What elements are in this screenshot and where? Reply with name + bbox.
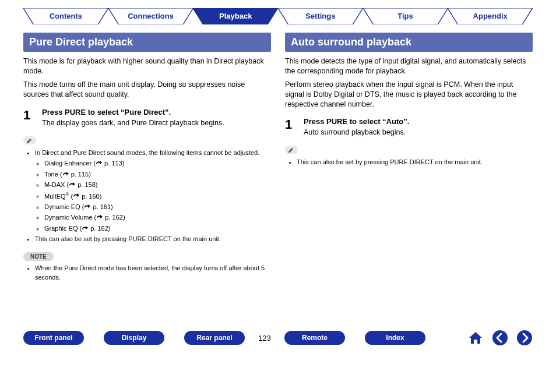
next-icon[interactable]: [516, 330, 533, 346]
front-panel-button[interactable]: Front panel: [23, 331, 84, 345]
notes-list: In Direct and Pure Direct sound modes, t…: [28, 148, 271, 244]
display-button[interactable]: Display: [104, 331, 164, 345]
paragraph: This mode is for playback with higher so…: [23, 56, 271, 76]
tab-appendix[interactable]: Appendix: [448, 8, 533, 24]
step-1: 1 Press PURE to select “Pure Direct”. Th…: [23, 108, 271, 127]
pencil-icon: [285, 146, 298, 154]
pencil-icon: [23, 136, 36, 144]
index-button[interactable]: Index: [365, 331, 425, 345]
notes-list: This can also be set by pressing PURE DI…: [290, 157, 533, 167]
list-item: Tone ( p. 115): [44, 169, 271, 179]
list-item: When the Pure Direct mode has been selec…: [35, 263, 271, 282]
list-item: This can also be set by pressing PURE DI…: [35, 234, 271, 244]
paragraph: This mode detects the type of input digi…: [285, 56, 533, 76]
tab-playback[interactable]: Playback: [193, 8, 278, 24]
step-text: The display goes dark, and Pure Direct p…: [42, 119, 271, 127]
list-item: Dynamic EQ ( p. 161): [44, 202, 271, 212]
step-title: Press PURE to select “Auto”.: [304, 117, 533, 126]
tab-settings[interactable]: Settings: [278, 8, 363, 24]
tab-label: Contents: [50, 12, 82, 20]
svg-point-1: [517, 330, 532, 345]
svg-point-0: [492, 330, 508, 345]
list-item: This can also be set by pressing PURE DI…: [297, 157, 533, 167]
left-column: Pure Direct playback This mode is for pl…: [23, 33, 271, 324]
step-text: Auto surround playback begins.: [304, 128, 533, 136]
note-label: NOTE: [23, 252, 54, 261]
list-item: In Direct and Pure Direct sound modes, t…: [35, 148, 271, 234]
tab-tips[interactable]: Tips: [363, 8, 448, 24]
footer-nav: Front panelDisplayRear panel 123 RemoteI…: [23, 330, 533, 346]
paragraph: Perform stereo playback when the input s…: [285, 80, 533, 110]
paragraph: This mode turns off the main unit displa…: [23, 80, 271, 100]
page-number: 123: [253, 334, 276, 342]
tab-label: Settings: [305, 12, 335, 20]
right-column: Auto surround playback This mode detects…: [285, 33, 533, 324]
remote-button[interactable]: Remote: [284, 331, 345, 345]
step-number: 1: [23, 108, 35, 127]
note-list: When the Pure Direct mode has been selec…: [28, 263, 271, 282]
tab-label: Playback: [219, 12, 252, 20]
home-icon[interactable]: [467, 330, 484, 346]
list-item: Graphic EQ ( p. 162): [44, 224, 271, 234]
list-item: M-DAX ( p. 158): [44, 180, 271, 190]
tab-contents[interactable]: Contents: [23, 8, 108, 24]
list-item: Dynamic Volume ( p. 162): [44, 213, 271, 223]
step-number: 1: [285, 117, 297, 136]
step-title: Press PURE to select “Pure Direct”.: [42, 108, 271, 116]
section-heading-pure-direct: Pure Direct playback: [23, 33, 271, 52]
tab-label: Tips: [397, 12, 413, 20]
prev-icon[interactable]: [492, 330, 508, 346]
step-1: 1 Press PURE to select “Auto”. Auto surr…: [285, 117, 533, 136]
tab-label: Connections: [128, 12, 174, 20]
tab-label: Appendix: [473, 12, 508, 20]
list-item: Dialog Enhancer ( p. 113): [44, 158, 271, 168]
top-tabs: ContentsConnectionsPlaybackSettingsTipsA…: [23, 8, 533, 24]
list-item: MultEQ® ( p. 160): [44, 191, 271, 201]
section-heading-auto-surround: Auto surround playback: [285, 33, 533, 52]
rear-panel-button[interactable]: Rear panel: [184, 331, 245, 345]
tab-connections[interactable]: Connections: [108, 8, 193, 24]
